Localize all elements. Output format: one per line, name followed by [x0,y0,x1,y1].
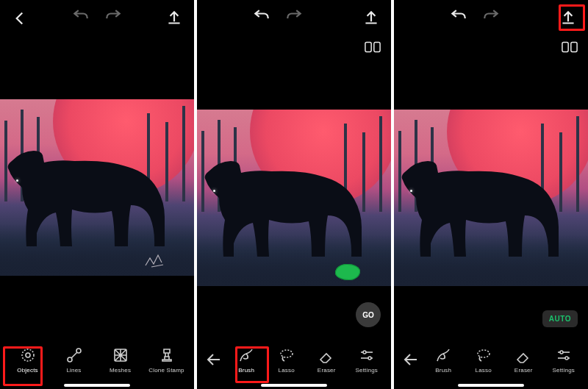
svg-line-4 [71,352,77,358]
tool-label: Settings [552,367,575,374]
screen-3: AUTO Brush Lasso Eraser [394,0,588,389]
highlight-box [3,346,43,386]
dog-silhouette [4,130,173,248]
screen-2: GO Brush Lasso Eraser [197,0,391,389]
meshes-icon [112,346,129,364]
eraser-icon [318,346,335,364]
tool-label: Lasso [476,367,492,374]
sub-bar [394,37,588,57]
svg-rect-7 [374,43,380,52]
screen-1: Objects Lines Meshes Clone Stamp [0,0,194,389]
floating-action-row: AUTO [542,310,578,327]
arrow-left-icon [402,351,420,368]
canvas-area [394,57,588,338]
dog-silhouette [201,140,370,258]
toolbar-back-button[interactable] [398,351,423,368]
top-bar [197,0,391,37]
bottom-toolbar: Brush Lasso Eraser Settings [394,338,588,389]
highlight-box [235,346,269,383]
tool-clone-stamp[interactable]: Clone Stamp [143,346,190,374]
svg-point-13 [368,357,371,360]
artwork[interactable] [394,110,588,286]
sub-bar [197,37,391,57]
svg-point-19 [560,351,563,354]
artwork[interactable] [197,110,391,286]
svg-rect-6 [365,43,371,52]
lasso-icon [278,346,295,364]
home-indicator [458,384,524,387]
export-icon[interactable] [362,9,381,28]
settings-icon [555,346,573,364]
svg-point-21 [565,357,568,360]
tool-label: Lines [66,367,81,374]
tool-settings[interactable]: Settings [347,346,387,374]
svg-point-9 [281,350,293,357]
brush-mask-blob [335,264,360,280]
back-icon[interactable] [10,9,29,28]
go-button[interactable]: GO [356,302,381,327]
svg-rect-14 [562,43,568,52]
compare-icon[interactable] [365,41,381,53]
auto-button[interactable]: AUTO [542,310,578,327]
tool-label: Lasso [279,367,295,374]
svg-rect-15 [571,43,577,52]
bottom-toolbar: Brush Lasso Eraser Settings [197,338,391,389]
svg-point-11 [363,351,366,354]
eraser-icon [514,346,532,364]
home-indicator [64,384,130,387]
artwork[interactable] [0,99,194,276]
canvas-area [197,57,391,338]
redo-icon[interactable] [481,9,501,28]
tool-label: Brush [435,367,451,374]
tool-brush[interactable]: Brush [423,346,464,374]
arrow-left-icon [205,351,223,368]
lasso-icon [475,346,492,364]
tool-eraser[interactable]: Eraser [503,346,544,374]
tool-eraser[interactable]: Eraser [306,346,347,374]
tool-meshes[interactable]: Meshes [97,346,143,374]
toolbar-back-button[interactable] [201,351,226,368]
home-indicator [261,384,327,387]
compare-icon[interactable] [562,41,578,53]
tool-label: Meshes [110,367,131,374]
floating-action-row: GO [356,302,381,327]
tool-lasso[interactable]: Lasso [464,346,504,374]
signature-mark [144,254,169,268]
brush-icon [434,346,452,364]
tool-label: Eraser [514,367,533,374]
top-bar [0,0,194,37]
tool-lines[interactable]: Lines [51,346,97,374]
clone-stamp-icon [158,346,176,364]
canvas-area [0,37,194,338]
settings-icon [358,346,376,364]
undo-icon[interactable] [449,9,468,28]
tool-settings[interactable]: Settings [544,346,584,374]
lines-icon [65,346,83,364]
redo-icon[interactable] [284,9,304,28]
tool-lasso[interactable]: Lasso [267,346,307,374]
dog-silhouette [398,140,567,258]
tool-label: Settings [355,367,378,374]
undo-icon[interactable] [252,9,271,28]
export-icon[interactable] [165,9,184,28]
highlight-box [559,4,585,31]
redo-icon[interactable] [104,9,123,28]
svg-point-17 [478,350,490,357]
undo-icon[interactable] [71,9,90,28]
tool-label: Eraser [318,367,336,374]
tool-label: Clone Stamp [148,367,184,374]
